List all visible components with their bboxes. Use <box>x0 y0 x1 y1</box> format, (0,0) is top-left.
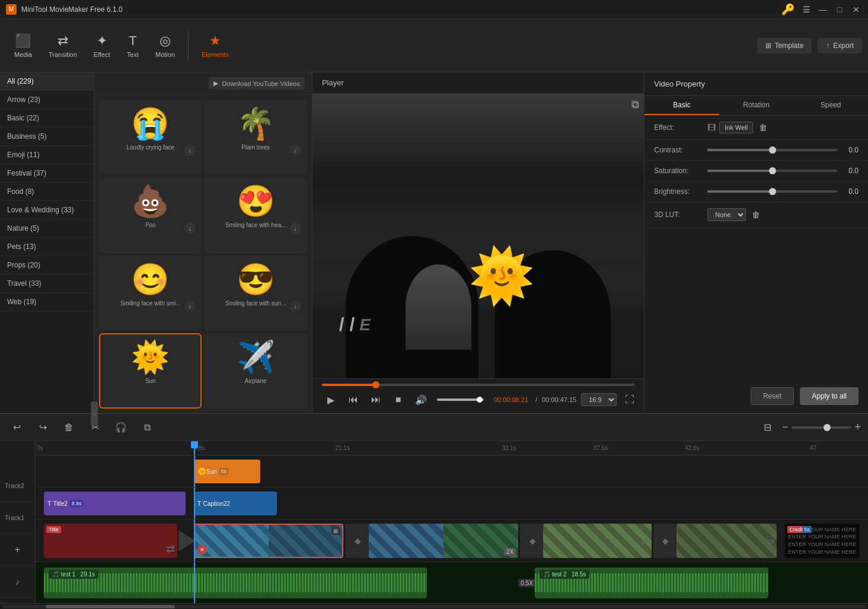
category-web[interactable]: Web (19) <box>0 293 94 311</box>
audio-button[interactable]: 🎧 <box>111 418 130 437</box>
close-button[interactable]: ✕ <box>850 4 862 15</box>
element-airplane[interactable]: ✈️ Airplane <box>204 333 307 409</box>
effect-badge[interactable]: Ink Well <box>719 122 753 133</box>
volume-thumb <box>477 397 483 403</box>
saturation-thumb <box>769 167 776 174</box>
transition2[interactable]: ◆ <box>345 524 370 558</box>
stop-button[interactable]: ■ <box>390 391 407 409</box>
prev-button[interactable]: ⏮ <box>344 391 362 409</box>
category-nature[interactable]: Nature (5) <box>0 219 94 238</box>
category-festival[interactable]: Festival (37) <box>0 164 94 183</box>
download-youtube-button[interactable]: ▶ Download YouTube Videos <box>209 77 305 90</box>
export-label: Export <box>833 42 854 50</box>
effect-button[interactable]: ✦ Effect <box>85 30 119 62</box>
brightness-slider[interactable] <box>707 190 837 193</box>
text-button[interactable]: T Text <box>119 30 147 62</box>
playhead[interactable] <box>194 441 195 455</box>
music-icon: ♪ <box>15 577 20 586</box>
category-business[interactable]: Business (5) <box>0 127 94 146</box>
volume-button[interactable]: 🔊 <box>412 391 430 409</box>
caption22-clip[interactable]: T Caption22 <box>194 492 277 515</box>
minimize-button[interactable]: — <box>817 4 829 15</box>
split-button[interactable]: ⊟ <box>758 418 777 437</box>
add-video-button[interactable]: + <box>15 544 20 555</box>
reset-button[interactable]: Reset <box>751 387 794 405</box>
mountain-video-clip[interactable]: ⇄ <box>543 524 652 558</box>
saturation-slider[interactable] <box>707 170 837 172</box>
category-pets[interactable]: Pets (13) <box>0 238 94 256</box>
undo-button[interactable]: ↩ <box>7 418 26 437</box>
maximize-button[interactable]: □ <box>834 4 845 15</box>
element-plam-trees[interactable]: 🌴 ↓ Plam trees <box>204 100 307 175</box>
track1-label: Track1 <box>0 502 35 534</box>
title2-clip[interactable]: T Title2 8.8s <box>44 492 186 515</box>
category-basic[interactable]: Basic (22) <box>0 109 94 127</box>
zoom-in-button[interactable]: + <box>854 421 861 433</box>
lut-value: None 🗑 <box>707 208 859 221</box>
title-video-clip[interactable]: Title ⇄ <box>44 524 177 558</box>
tab-rotation[interactable]: Rotation <box>719 96 794 115</box>
apply-all-button[interactable]: Apply to all <box>800 387 859 405</box>
scrollbar-thumb[interactable] <box>46 605 175 608</box>
crop-button[interactable]: ⧉ <box>138 418 157 437</box>
redo-button[interactable]: ↪ <box>33 418 52 437</box>
volume-slider[interactable] <box>437 398 484 401</box>
zoom-out-button[interactable]: − <box>782 421 789 433</box>
element-poo[interactable]: 💩 ↓ Poo <box>99 177 202 253</box>
template-button[interactable]: ⊞ Template <box>757 38 812 53</box>
element-smiling-hearts[interactable]: 😍 ↓ Smiling face with hea... <box>204 177 307 253</box>
menu-button[interactable]: ☰ <box>800 4 812 15</box>
aspect-ratio-select[interactable]: 16:9 9:16 4:3 1:1 <box>581 393 617 406</box>
media-button[interactable]: ⬛ Media <box>6 30 40 62</box>
element-smiling-plain[interactable]: 😊 ↓ Smiling face with smi... <box>99 256 202 331</box>
progress-fill <box>322 384 376 386</box>
player-area[interactable]: 🌞 / / E ⧉ <box>312 94 644 378</box>
export-button[interactable]: ↑ Export <box>818 38 862 53</box>
audio-clip-2[interactable]: 🎵 test 2 18.5s <box>535 567 768 598</box>
media-label: Media <box>14 51 32 58</box>
middle-video-clip[interactable]: 2X <box>369 524 519 558</box>
delete-button[interactable]: 🗑 <box>59 418 78 437</box>
panel-resize-handle[interactable]: ||| <box>91 401 98 425</box>
swap-icon: ⇄ <box>166 543 175 556</box>
transition3[interactable]: ◆ <box>520 524 545 558</box>
tab-basic[interactable]: Basic <box>644 96 719 115</box>
category-props[interactable]: Props (20) <box>0 256 94 275</box>
audio1-label: 🎵 test 1 29.1s <box>49 570 98 579</box>
video-text-overlay: / / E <box>339 314 371 336</box>
element-sun[interactable]: 🌞 Sun <box>99 333 202 409</box>
zoom-slider[interactable] <box>792 426 851 429</box>
category-emoji[interactable]: Emoji (11) <box>0 146 94 164</box>
progress-bar[interactable] <box>322 384 634 386</box>
sun-clip[interactable]: 🌞 Sun 5s <box>194 460 260 483</box>
audio-clip-1[interactable]: 🎵 test 1 29.1s <box>44 567 427 598</box>
transition1[interactable] <box>178 530 195 551</box>
contrast-slider[interactable] <box>707 149 837 151</box>
lut-delete-button[interactable]: 🗑 <box>752 210 760 219</box>
category-food[interactable]: Food (8) <box>0 183 94 201</box>
category-love-wedding[interactable]: Love & Wedding (33) <box>0 201 94 219</box>
transition4[interactable]: ◆ <box>653 524 678 558</box>
motion-button[interactable]: ◎ Motion <box>147 30 183 62</box>
category-all[interactable]: All (229) <box>0 72 94 91</box>
element-loudly-crying[interactable]: 😭 ↓ Loudly crying face <box>99 100 202 175</box>
timeline-scrollbar[interactable] <box>0 603 868 609</box>
lut-select[interactable]: None <box>707 208 746 221</box>
selected-video-clip[interactable]: ⊞ ✕ <box>194 524 344 558</box>
track2-label: Track2 <box>0 470 35 502</box>
category-travel[interactable]: Travel (33) <box>0 275 94 293</box>
elements-label: Elements <box>202 51 229 58</box>
transition-button[interactable]: ⇄ Transition <box>40 30 85 62</box>
fullscreen-button[interactable]: ⛶ <box>625 394 634 405</box>
next-button[interactable]: ⏭ <box>367 391 385 409</box>
tab-speed[interactable]: Speed <box>793 96 868 115</box>
elements-button[interactable]: ★ Elements <box>193 30 237 62</box>
category-arrow[interactable]: Arrow (23) <box>0 91 94 109</box>
play-button[interactable]: ▶ <box>322 391 340 409</box>
saturation-number: 0.0 <box>841 167 859 175</box>
effect-delete-button[interactable]: 🗑 <box>759 123 767 132</box>
progress-thumb[interactable] <box>372 381 379 388</box>
mountain2-video-clip[interactable]: ⇄ <box>676 524 776 558</box>
credits-video-clip[interactable]: ENTER YOUR NAME HEREENTER YOUR NAME HERE… <box>785 524 860 558</box>
element-smiling-sunglasses[interactable]: 😎 ↓ Smiling face with sun... <box>204 256 307 331</box>
